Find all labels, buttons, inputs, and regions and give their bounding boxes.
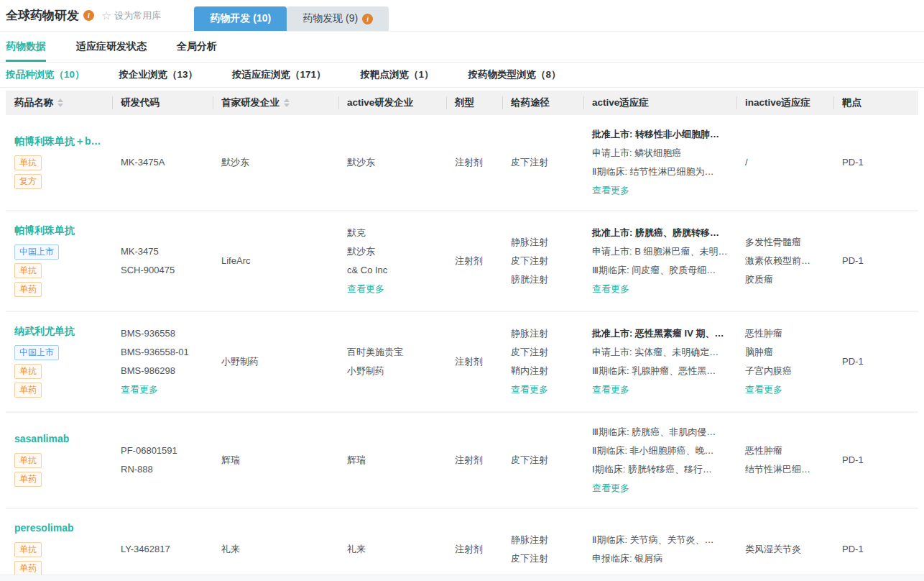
cell-rd-codes: LY-3462817 — [112, 540, 213, 559]
rd-code: RN-888 — [121, 460, 213, 479]
cell-active-indications: 批准上市: 恶性黑素瘤 IV 期、…申请上市: 实体瘤、未明确定…Ⅲ期临床: 乳… — [583, 324, 736, 399]
cell-target: PD-1 — [833, 451, 918, 470]
column-header: 剂型 — [446, 91, 502, 115]
inactive-indication: 类风湿关节炎 — [745, 540, 833, 559]
cell-first-company: LifeArc — [213, 252, 338, 270]
drug-name-link[interactable]: 帕博利珠单抗＋b… — [14, 133, 101, 149]
tag-line: 单药 — [14, 472, 112, 487]
view-more-link[interactable]: 查看更多 — [592, 280, 736, 298]
column-header: 研发代码 — [112, 91, 213, 115]
inactive-indication: 结节性淋巴细… — [745, 460, 833, 479]
filter-by-drug-type[interactable]: 按药物类型浏览（8） — [468, 68, 561, 81]
cell-active-indications: Ⅱ期临床: 关节病、关节炎、…申报临床: 银屑病 — [583, 531, 736, 568]
inactive-indication: 恶性肿瘤 — [745, 442, 833, 460]
column-header-label: 剂型 — [455, 96, 474, 109]
tag-line: 单药 — [14, 561, 112, 576]
active-company: 小野制药 — [347, 362, 446, 380]
active-indication: Ⅲ期临床: 间皮瘤、胶质母细… — [592, 261, 736, 280]
subnav-item-drug-data[interactable]: 药物数据 — [6, 32, 46, 62]
cell-dosage-form: 注射剂 — [446, 352, 502, 371]
cell-rd-codes: MK-3475SCH-900475 — [112, 242, 213, 280]
set-favorite-button[interactable]: ☆ 设为常用库 — [101, 9, 161, 22]
info-icon[interactable]: i — [362, 14, 373, 24]
cell-inactive-indications: 恶性肿瘤结节性淋巴细… — [736, 442, 833, 479]
inactive-indication: 脑肿瘤 — [745, 343, 833, 362]
rd-code: MK-3475 — [121, 242, 213, 261]
cell-active-companies: 百时美施贵宝小野制药 — [338, 343, 446, 380]
column-header-label: inactive适应症 — [745, 96, 810, 109]
column-header-label: 研发代码 — [121, 96, 160, 109]
active-company: 百时美施贵宝 — [347, 343, 446, 362]
cell-routes: 静脉注射皮下注射鞘内注射查看更多 — [502, 324, 583, 399]
view-more-link[interactable]: 查看更多 — [745, 380, 833, 399]
filter-by-target[interactable]: 按靶点浏览（1） — [361, 68, 434, 81]
rd-code: BMS-986298 — [121, 362, 213, 380]
column-header-label: 给药途径 — [511, 96, 550, 109]
cell-inactive-indications: 多发性骨髓瘤激素依赖型前…胶质瘤 — [736, 233, 833, 289]
cell-rd-codes: BMS-936558BMS-936558-01BMS-986298查看更多 — [112, 324, 213, 399]
tag-orange: 单药 — [14, 561, 42, 576]
tag-line: 复方 — [14, 174, 112, 189]
view-more-link[interactable]: 查看更多 — [347, 280, 446, 298]
cell-target: PD-1 — [833, 252, 918, 270]
table-row: 纳武利尤单抗中国上市单抗单药BMS-936558BMS-936558-01BMS… — [6, 312, 918, 413]
cell-inactive-indications: / — [736, 153, 833, 172]
tag-blue: 中国上市 — [14, 244, 59, 260]
cell-target: PD-1 — [833, 540, 918, 559]
column-header-label: 首家研发企业 — [221, 96, 279, 109]
cell-active-indications: 批准上市: 转移性非小细胞肺…申请上市: 鳞状细胞癌Ⅱ期临床: 结节性淋巴细胞为… — [583, 125, 736, 200]
filter-by-indication[interactable]: 按适应症浏览（171） — [232, 68, 326, 81]
drug-name-link[interactable]: 帕博利珠单抗 — [14, 222, 75, 238]
subnav-item-indication-status[interactable]: 适应症研发状态 — [76, 32, 147, 62]
cell-active-indications: Ⅲ期临床: 膀胱癌、非肌肉侵…Ⅱ期临床: 非小细胞肺癌、晚…Ⅰ期临床: 膀胱转移… — [583, 423, 736, 498]
cell-rd-codes: PF-06801591RN-888 — [112, 442, 213, 479]
active-company: c& Co Inc — [347, 261, 446, 280]
view-more-link[interactable]: 查看更多 — [592, 181, 736, 200]
route: 鞘内注射 — [511, 362, 583, 380]
tag-orange: 单药 — [14, 282, 42, 297]
cell-active-companies: 辉瑞 — [338, 451, 446, 470]
column-header[interactable]: 首家研发企业 — [213, 91, 338, 115]
page-title: 全球药物研发 — [6, 7, 79, 24]
table-header: 药品名称研发代码首家研发企业active研发企业剂型给药途径active适应症i… — [6, 91, 918, 115]
cell-target: PD-1 — [833, 153, 918, 172]
tag-blue: 中国上市 — [14, 345, 59, 360]
column-header[interactable]: 药品名称 — [6, 91, 112, 115]
tag-line: 单抗 — [14, 542, 112, 557]
tag-line: 中国上市 — [14, 244, 112, 260]
tag-orange: 单抗 — [14, 155, 42, 170]
view-more-link[interactable]: 查看更多 — [121, 380, 213, 399]
route: 皮下注射 — [511, 153, 583, 172]
view-more-link[interactable]: 查看更多 — [511, 380, 583, 399]
filter-by-company[interactable]: 按企业浏览（13） — [119, 68, 198, 81]
cell-active-companies: 默沙东 — [338, 153, 446, 172]
active-indication: Ⅱ期临床: 关节病、关节炎、… — [592, 531, 736, 549]
column-header-label: active研发企业 — [347, 96, 413, 109]
tab-drug-development[interactable]: 药物开发 (10) — [194, 6, 287, 31]
drug-name-link[interactable]: peresolimab — [14, 520, 73, 536]
filter-by-variety[interactable]: 按品种浏览（10） — [6, 68, 85, 81]
view-more-link[interactable]: 查看更多 — [592, 380, 736, 399]
active-indication: 批准上市: 膀胱癌、膀胱转移… — [592, 224, 736, 242]
drug-name-link[interactable]: sasanlimab — [14, 431, 69, 447]
cell-target: PD-1 — [833, 352, 918, 371]
inactive-indication: 激素依赖型前… — [745, 252, 833, 270]
rd-code: BMS-936558 — [121, 324, 213, 343]
drug-table: 药品名称研发代码首家研发企业active研发企业剂型给药途径active适应症i… — [0, 91, 924, 581]
drug-name-link[interactable]: 纳武利尤单抗 — [14, 323, 75, 339]
tag-line: 单药 — [14, 383, 112, 398]
sort-icon[interactable] — [57, 99, 63, 107]
tag-orange: 复方 — [14, 174, 42, 189]
route: 静脉注射 — [511, 233, 583, 252]
tag-orange: 单药 — [14, 472, 42, 487]
view-more-link[interactable]: 查看更多 — [592, 479, 736, 498]
inactive-indication: 恶性肿瘤 — [745, 324, 833, 343]
info-icon[interactable]: i — [83, 10, 94, 21]
tab-drug-discovery[interactable]: 药物发现 (9) i — [287, 6, 389, 31]
subnav-item-global-analysis[interactable]: 全局分析 — [177, 32, 217, 62]
horizontal-scrollbar-track[interactable] — [0, 575, 924, 581]
route: 皮下注射 — [511, 343, 583, 362]
sort-icon[interactable] — [284, 99, 290, 107]
tag-line: 单药 — [14, 282, 112, 297]
column-header: 给药途径 — [502, 91, 583, 115]
